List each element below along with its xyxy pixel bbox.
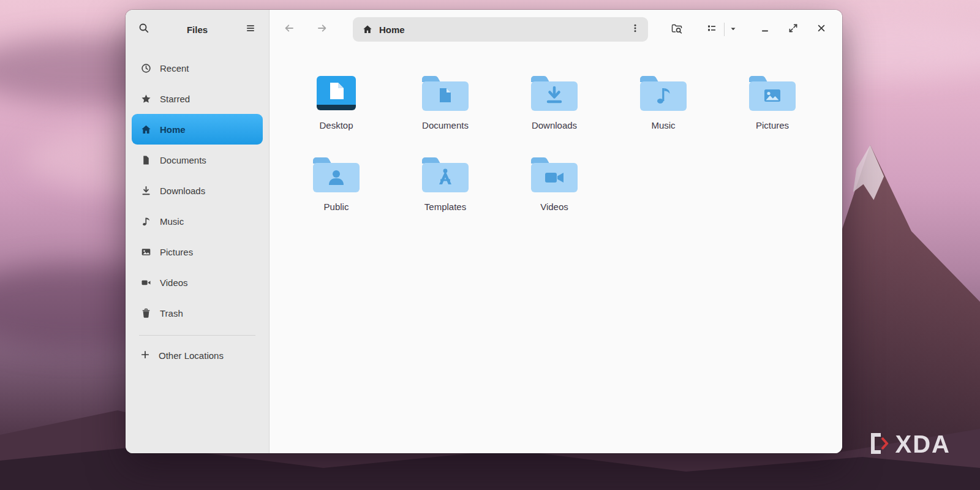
sidebar-item-pictures[interactable]: Pictures <box>132 236 263 267</box>
minimize-button[interactable] <box>754 18 776 40</box>
close-icon <box>816 23 827 36</box>
sidebar-item-starred[interactable]: Starred <box>132 83 263 114</box>
sidebar-item-label: Downloads <box>160 186 205 196</box>
folder-label: Public <box>324 202 349 212</box>
sidebar-item-trash[interactable]: Trash <box>132 298 263 328</box>
sidebar-item-label: Starred <box>160 94 190 104</box>
sidebar-item-label: Documents <box>160 155 206 165</box>
xda-watermark: XDA <box>869 431 951 458</box>
kebab-menu-icon <box>630 23 640 36</box>
picture-icon <box>140 246 151 257</box>
documents-folder-icon <box>417 71 473 115</box>
pictures-folder-icon <box>744 71 801 115</box>
folder-label: Documents <box>422 120 469 130</box>
folder-label: Pictures <box>756 120 789 130</box>
forward-arrow-icon <box>317 23 328 36</box>
maximize-button[interactable] <box>782 18 804 40</box>
folder-item-pictures[interactable]: Pictures <box>718 71 827 130</box>
sidebar-header: Files <box>126 10 269 49</box>
sidebar: Files Recent Starred <box>126 10 270 453</box>
sidebar-item-label: Recent <box>160 63 189 74</box>
list-view-icon <box>706 23 717 36</box>
path-bar[interactable]: Home <box>353 17 648 42</box>
download-icon <box>140 185 151 196</box>
folder-label: Music <box>651 120 675 130</box>
sidebar-list: Recent Starred Home Documents <box>126 49 269 328</box>
sidebar-item-other-locations[interactable]: Other Locations <box>126 342 269 369</box>
minimize-icon <box>760 23 771 36</box>
video-camera-icon <box>140 277 151 288</box>
caret-down-icon <box>729 24 737 35</box>
files-window: Files Recent Starred <box>126 10 842 453</box>
folder-label: Downloads <box>532 120 577 130</box>
sidebar-item-recent[interactable]: Recent <box>132 53 263 83</box>
folder-item-music[interactable]: Music <box>609 71 718 130</box>
folder-item-templates[interactable]: Templates <box>391 153 500 212</box>
public-folder-icon <box>308 153 364 197</box>
sidebar-item-label: Music <box>160 216 184 227</box>
xda-watermark-text: XDA <box>895 431 951 458</box>
folder-item-public[interactable]: Public <box>282 153 391 212</box>
current-location-label: Home <box>379 24 405 35</box>
sidebar-item-documents[interactable]: Documents <box>132 145 263 175</box>
home-icon <box>363 24 372 34</box>
folder-label: Videos <box>540 202 568 212</box>
home-icon <box>140 124 151 135</box>
close-button[interactable] <box>810 18 832 40</box>
file-browser-content: Desktop Documents <box>270 49 842 453</box>
back-button[interactable] <box>278 18 300 40</box>
search-location-button[interactable] <box>665 18 687 40</box>
plus-icon <box>140 350 150 361</box>
menu-hamburger-icon <box>245 23 256 36</box>
sidebar-item-home[interactable]: Home <box>132 114 263 145</box>
back-arrow-icon <box>284 23 295 36</box>
folder-label: Templates <box>424 202 466 212</box>
videos-folder-icon <box>526 153 582 197</box>
sidebar-item-videos[interactable]: Videos <box>132 267 263 298</box>
folder-label: Desktop <box>319 120 353 130</box>
search-location-icon <box>671 23 682 37</box>
other-locations-label: Other Locations <box>159 350 224 361</box>
forward-button[interactable] <box>311 18 333 40</box>
maximize-icon <box>788 23 799 36</box>
music-folder-icon <box>635 71 692 115</box>
main-pane: Home <box>270 10 842 453</box>
sidebar-item-music[interactable]: Music <box>132 206 263 236</box>
menu-button[interactable] <box>239 18 262 40</box>
sidebar-item-label: Home <box>160 124 186 135</box>
folder-item-documents[interactable]: Documents <box>391 71 500 130</box>
app-title: Files <box>187 24 208 35</box>
recent-clock-icon <box>140 62 151 74</box>
view-split-separator <box>724 23 725 36</box>
search-icon <box>138 23 149 36</box>
music-note-icon <box>140 216 151 227</box>
path-menu-button[interactable] <box>625 19 646 40</box>
sidebar-item-downloads[interactable]: Downloads <box>132 175 263 206</box>
view-options-dropdown[interactable] <box>726 18 741 40</box>
sidebar-item-label: Trash <box>160 308 183 318</box>
folder-grid: Desktop Documents <box>282 71 842 212</box>
star-icon <box>140 93 151 104</box>
sidebar-divider <box>139 335 255 336</box>
desktop-folder-icon <box>308 71 364 115</box>
downloads-folder-icon <box>526 71 582 115</box>
document-icon <box>140 154 151 165</box>
search-button[interactable] <box>133 18 155 40</box>
xda-logo-icon <box>869 432 889 458</box>
sidebar-item-label: Videos <box>160 277 188 288</box>
templates-folder-icon <box>417 153 473 197</box>
list-view-button[interactable] <box>701 18 723 40</box>
view-toggle-split-button <box>701 18 741 40</box>
sidebar-item-label: Pictures <box>160 247 193 257</box>
trash-icon <box>140 307 151 318</box>
headerbar: Home <box>270 10 842 49</box>
folder-item-downloads[interactable]: Downloads <box>500 71 609 130</box>
folder-item-desktop[interactable]: Desktop <box>282 71 391 130</box>
folder-item-videos[interactable]: Videos <box>500 153 609 212</box>
